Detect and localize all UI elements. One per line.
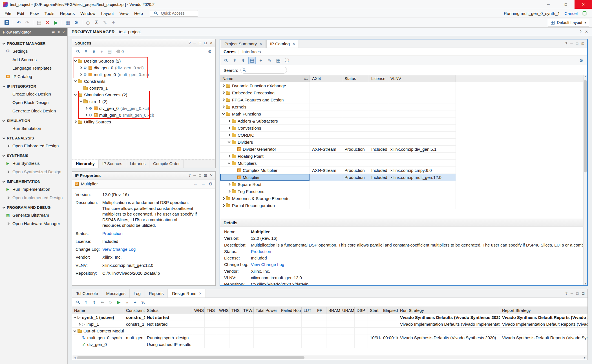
link-view-change-log[interactable]: View Change Log (251, 262, 284, 267)
gear-icon[interactable]: ⚙ (209, 181, 213, 187)
float-icon[interactable]: ⊡ (581, 41, 584, 46)
chevron-right-icon[interactable] (85, 114, 88, 116)
save-icon[interactable] (5, 20, 9, 25)
help-icon[interactable]: ? (566, 291, 567, 296)
clock-icon[interactable]: ◷ (84, 19, 92, 26)
bottom-tab-log[interactable]: Log (130, 289, 145, 298)
scrollbar-track[interactable] (77, 356, 583, 359)
column-header-axi4[interactable]: AXI4 (310, 75, 342, 82)
customize-ip-icon[interactable]: ✎ (266, 57, 273, 64)
column-header-vlnv[interactable]: VLNV (388, 75, 456, 82)
menu-reports[interactable]: Reports (57, 10, 78, 17)
close-icon[interactable]: ✕ (259, 42, 262, 46)
catalog-row-kernels[interactable]: Kernels (220, 103, 456, 110)
chevron-down-icon[interactable] (228, 140, 231, 143)
catalog-search-input[interactable] (248, 68, 287, 72)
bottom-tab-reports[interactable]: Reports (145, 289, 168, 298)
column-header-whs[interactable]: WHS (217, 307, 229, 314)
chevron-down-icon[interactable] (222, 112, 225, 115)
reset-run-icon[interactable]: ⇤ (99, 299, 106, 306)
flownav-item-create-block-design[interactable]: Create Block Design (0, 90, 67, 98)
search-icon[interactable] (76, 301, 79, 303)
subtab-cores[interactable]: Cores (224, 49, 236, 54)
flownav-item-run-implementation[interactable]: ▶Run Implementation (0, 185, 67, 193)
minimize-icon[interactable]: ─ (570, 41, 573, 46)
chevron-down-icon[interactable] (3, 154, 5, 157)
help-icon[interactable]: ? (189, 173, 191, 177)
expand-all-icon[interactable]: ⇟ (90, 48, 97, 55)
close-icon[interactable]: ✕ (585, 30, 588, 34)
design-run-row-div-gen-0[interactable]: ✓div_gen_0Using cached IP results (72, 341, 587, 348)
menu-help[interactable]: Help (131, 10, 146, 17)
chevron-right-icon[interactable] (6, 170, 9, 173)
maximize-icon[interactable]: □ (576, 41, 578, 46)
catalog-row-multipliers[interactable]: Multipliers (220, 160, 456, 167)
column-header-name[interactable]: Name∧1 (220, 75, 310, 82)
catalog-row-conversions[interactable]: Conversions (220, 125, 456, 132)
chevron-right-icon[interactable] (79, 73, 82, 76)
expand-all-icon[interactable]: ⇟ (91, 299, 98, 306)
design-run-row-synth-1-active[interactable]: ▷synth_1 (active)constrs_1Not startedViv… (72, 314, 587, 321)
flownav-section-header-project-manager[interactable]: PROJECT MANAGER (0, 40, 67, 47)
float-icon[interactable]: ⊡ (204, 173, 207, 177)
column-header-tpws[interactable]: TPWS (241, 307, 254, 314)
chevron-right-icon[interactable] (228, 134, 231, 136)
column-header-failed-routes[interactable]: Failed Routes (279, 307, 302, 314)
undo-icon[interactable]: ↶ (15, 19, 23, 26)
column-header-license[interactable]: License (369, 75, 388, 82)
collapse-all-icon[interactable]: ⇞ (231, 57, 238, 64)
chevron-right-icon[interactable] (222, 84, 225, 87)
design-run-row-out-of-context-module-runs[interactable]: Out-of-Context Module Runs (72, 328, 587, 334)
help-icon[interactable]: ? (580, 30, 582, 34)
expand-all-icon[interactable]: ⇟ (240, 57, 247, 64)
chevron-right-icon[interactable] (222, 197, 225, 200)
step-icon[interactable]: » (123, 299, 131, 306)
help-icon[interactable]: ? (189, 41, 191, 45)
help-icon[interactable]: ? (63, 30, 65, 34)
flownav-section-header-ip-integrator[interactable]: IP INTEGRATOR (0, 83, 67, 90)
run-icon[interactable]: ▶ (52, 19, 60, 26)
back-icon[interactable]: ← (194, 181, 198, 186)
bottom-tab-design-runs[interactable]: Design Runs✕ (168, 289, 206, 298)
quick-access-search[interactable] (150, 10, 198, 17)
menu-layout[interactable]: Layout (98, 10, 117, 17)
flownav-item-language-templates[interactable]: Language Templates (0, 64, 67, 72)
link-view-change-log[interactable]: View Change Log (102, 247, 136, 252)
catalog-search-box[interactable] (240, 67, 287, 74)
source-tree-item-design-sources[interactable]: Design Sources(2) (72, 57, 215, 64)
tab-ip-catalog[interactable]: IP Catalog✕ (266, 40, 299, 48)
sources-tab-ip-sources[interactable]: IP Sources (99, 159, 126, 168)
bottom-tab-tcl-console[interactable]: Tcl Console (72, 289, 102, 298)
sources-tab-compile-order[interactable]: Compile Order (149, 159, 184, 168)
catalog-row-floating-point[interactable]: Floating Point (220, 153, 456, 160)
flownav-section-header-simulation[interactable]: SIMULATION (0, 117, 67, 124)
menu-file[interactable]: File (2, 10, 14, 17)
chevron-right-icon[interactable] (228, 126, 231, 129)
quick-access-input[interactable] (161, 11, 193, 15)
flownav-item-ip-catalog[interactable]: IP Catalog (0, 72, 67, 81)
flownav-section-header-program-and-debug[interactable]: PROGRAM AND DEBUG (0, 204, 67, 211)
chevron-down-icon[interactable] (74, 316, 76, 318)
close-button[interactable]: ✕ (575, 0, 592, 9)
report-icon[interactable]: ▦ (64, 19, 72, 26)
add-sources-icon[interactable]: + (98, 48, 105, 55)
close-icon[interactable]: ✕ (292, 42, 295, 46)
menu-edit[interactable]: Edit (14, 10, 27, 17)
column-header-bram[interactable]: BRAM (326, 307, 340, 314)
flownav-item-generate-block-design[interactable]: Generate Block Design (0, 106, 67, 115)
info-icon[interactable]: ⓘ (283, 57, 291, 64)
source-tree-item-mult-gen-0[interactable]: ⚙mult_gen_0(mult_gen_0.xci) (72, 71, 215, 78)
maximize-icon[interactable]: □ (576, 291, 578, 296)
swap-icon[interactable]: ⇄ (52, 30, 55, 34)
search-icon[interactable] (76, 50, 79, 52)
flownav-section-header-implementation[interactable]: IMPLEMENTATION (0, 178, 67, 185)
flownav-section-header-synthesis[interactable]: SYNTHESIS (0, 152, 67, 159)
flownav-section-header-rtl-analysis[interactable]: RTL ANALYSIS (0, 135, 67, 141)
column-header-constraints[interactable]: Constraints (124, 307, 145, 314)
copy-icon[interactable]: ▤ (35, 19, 43, 26)
column-header-lut[interactable]: LUT (302, 307, 315, 314)
scroll-right-icon[interactable]: ▸ (583, 356, 587, 359)
source-tree-item-mult-gen-0[interactable]: ⚙mult_gen_0(mult_gen_0.xci) (72, 112, 215, 118)
menu-view[interactable]: View (117, 10, 131, 17)
column-header-status[interactable]: Status (342, 75, 369, 82)
